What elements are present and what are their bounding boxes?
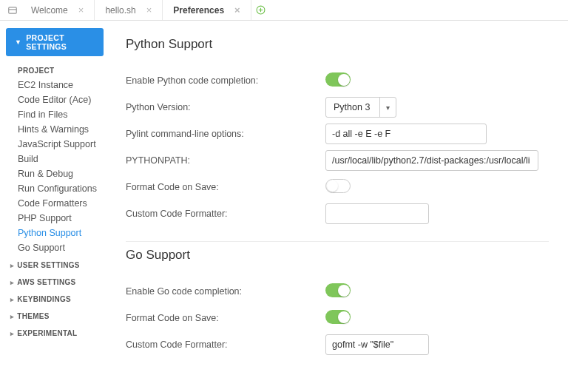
section-title-go: Go Support — [126, 248, 549, 263]
sidebar-item-hints-warnings[interactable]: Hints & Warnings — [0, 122, 109, 137]
tab-label: hello.sh — [105, 5, 135, 16]
select-python-version[interactable]: Python 3 ▾ — [325, 97, 396, 118]
divider — [126, 241, 549, 242]
tab-welcome[interactable]: Welcome × — [21, 0, 95, 20]
sidebar-item-code-editor-ace-[interactable]: Code Editor (Ace) — [0, 92, 109, 107]
caret-right-icon: ▸ — [10, 262, 14, 269]
sidebar-item-php-support[interactable]: PHP Support — [0, 211, 109, 226]
svg-rect-0 — [9, 7, 17, 13]
sidebar-item-javascript-support[interactable]: JavaScript Support — [0, 137, 109, 152]
sidebar-section-user-settings[interactable]: ▸USER SETTINGS — [0, 255, 109, 272]
sidebar-section-label: THEMES — [17, 312, 49, 320]
tab-label: Welcome — [31, 5, 68, 16]
caret-right-icon: ▸ — [10, 330, 14, 337]
toggle-python-format-on-save[interactable] — [325, 179, 351, 193]
sidebar-section-label: USER SETTINGS — [17, 261, 79, 269]
sidebar-item-python-support[interactable]: Python Support — [0, 226, 109, 240]
preferences-panel: Python Support Enable Python code comple… — [109, 21, 568, 392]
sidebar-section-keybindings[interactable]: ▸KEYBINDINGS — [0, 289, 109, 306]
sidebar-item-build[interactable]: Build — [0, 152, 109, 166]
select-value: Python 3 — [326, 98, 379, 117]
toggle-python-enable[interactable] — [325, 72, 351, 87]
sidebar-section-project-settings[interactable]: ▼ PROJECT SETTINGS — [6, 28, 104, 56]
input-pythonpath[interactable] — [325, 150, 538, 171]
sidebar-group-label: PROJECT — [0, 64, 109, 78]
tab-label: Preferences — [173, 5, 224, 16]
sidebar-section-aws-settings[interactable]: ▸AWS SETTINGS — [0, 272, 109, 289]
tab-bar: Welcome × hello.sh × Preferences × — [0, 0, 568, 21]
tab-preferences[interactable]: Preferences × — [163, 0, 251, 20]
sidebar-item-ec2-instance[interactable]: EC2 Instance — [0, 78, 109, 92]
label-go-enable: Enable Go code completion: — [126, 286, 325, 297]
close-icon[interactable]: × — [234, 4, 240, 16]
new-tab-button[interactable] — [251, 0, 271, 20]
tab-hello-sh[interactable]: hello.sh × — [95, 0, 163, 20]
sidebar-section-label: AWS SETTINGS — [17, 278, 75, 286]
sidebar-section-label: EXPERIMENTAL — [17, 329, 77, 337]
sidebar-section-experimental[interactable]: ▸EXPERIMENTAL — [0, 323, 109, 340]
sidebar-section-label: PROJECT SETTINGS — [26, 33, 95, 51]
input-go-formatter[interactable] — [325, 334, 429, 355]
caret-right-icon: ▸ — [10, 296, 14, 303]
settings-sidebar: ▼ PROJECT SETTINGS PROJECT EC2 InstanceC… — [0, 21, 109, 392]
close-icon[interactable]: × — [78, 4, 84, 16]
sidebar-item-run-debug[interactable]: Run & Debug — [0, 166, 109, 181]
label-pylint-options: Pylint command-line options: — [126, 129, 325, 139]
sidebar-item-code-formatters[interactable]: Code Formatters — [0, 196, 109, 211]
input-pylint-options[interactable] — [325, 124, 487, 144]
toggle-go-format-on-save[interactable] — [325, 310, 351, 324]
sidebar-section-label: KEYBINDINGS — [17, 295, 71, 303]
toggle-go-enable[interactable] — [325, 283, 351, 297]
sidebar-item-find-in-files[interactable]: Find in Files — [0, 107, 109, 122]
chevron-down-icon[interactable]: ▾ — [379, 98, 396, 117]
close-icon[interactable]: × — [146, 4, 152, 16]
label-go-format-on-save: Format Code on Save: — [126, 313, 325, 323]
input-python-formatter[interactable] — [325, 203, 429, 224]
label-python-formatter: Custom Code Formatter: — [126, 209, 325, 219]
sidebar-section-themes[interactable]: ▸THEMES — [0, 306, 109, 323]
sidebar-item-run-configurations[interactable]: Run Configurations — [0, 181, 109, 196]
label-python-version: Python Version: — [126, 102, 325, 112]
caret-right-icon: ▸ — [10, 279, 14, 286]
app-menu-icon[interactable] — [4, 0, 21, 20]
label-pythonpath: PYTHONPATH: — [126, 155, 325, 166]
section-title-python: Python Support — [126, 37, 549, 52]
label-python-enable: Enable Python code completion: — [126, 75, 325, 86]
label-python-format-on-save: Format Code on Save: — [126, 182, 325, 192]
caret-right-icon: ▸ — [10, 313, 14, 320]
sidebar-item-go-support[interactable]: Go Support — [0, 240, 109, 255]
label-go-formatter: Custom Code Formatter: — [126, 339, 325, 350]
caret-down-icon: ▼ — [15, 38, 21, 46]
